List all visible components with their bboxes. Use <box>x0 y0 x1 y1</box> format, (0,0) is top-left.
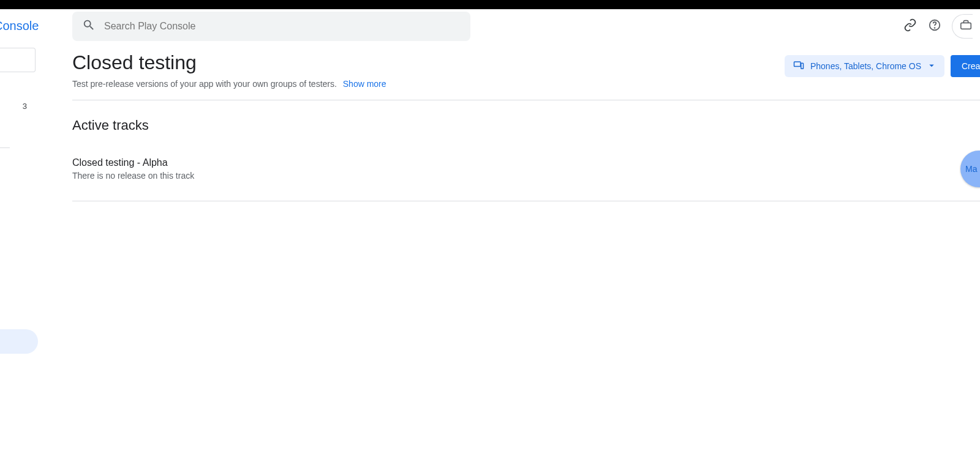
link-icon <box>903 18 917 34</box>
svg-rect-3 <box>794 62 801 67</box>
create-track-button[interactable]: Crea <box>951 55 980 77</box>
toolbox-icon <box>953 18 973 34</box>
help-icon-button[interactable] <box>922 14 947 39</box>
top-bar: Console <box>0 9 980 43</box>
device-filter-chip[interactable]: Phones, Tablets, Chrome OS <box>785 55 944 77</box>
sidebar-stub: 3 <box>0 48 38 148</box>
track-row: Closed testing - Alpha There is no relea… <box>72 151 980 201</box>
page-subtitle: Test pre-release versions of your app wi… <box>72 79 785 89</box>
manage-track-label: Ma <box>965 164 977 174</box>
search-box[interactable] <box>72 12 470 41</box>
devices-icon <box>793 60 810 73</box>
svg-point-1 <box>935 28 935 28</box>
device-filter-label: Phones, Tablets, Chrome OS <box>810 61 921 71</box>
brand-label[interactable]: Console <box>0 19 43 33</box>
section-title: Active tracks <box>72 118 980 133</box>
header-divider <box>72 100 980 100</box>
main-content: Closed testing Test pre-release versions… <box>72 43 980 201</box>
sidebar-badge: 3 <box>0 102 38 111</box>
page-subtitle-text: Test pre-release versions of your app wi… <box>72 79 337 89</box>
sidebar-selector[interactable] <box>0 48 36 72</box>
svg-rect-2 <box>960 23 971 29</box>
dropdown-arrow-icon <box>921 60 937 73</box>
window-top-bar <box>0 0 980 9</box>
svg-rect-4 <box>801 63 804 69</box>
help-icon <box>928 18 941 34</box>
search-input[interactable] <box>104 21 461 32</box>
link-icon-button[interactable] <box>898 14 922 39</box>
manage-track-fab[interactable]: Ma <box>960 151 980 187</box>
track-status: There is no release on this track <box>72 171 960 181</box>
toolbox-button-cutoff[interactable] <box>952 14 973 39</box>
show-more-link[interactable]: Show more <box>343 79 386 89</box>
sidebar-divider <box>0 147 10 148</box>
track-name: Closed testing - Alpha <box>72 157 960 168</box>
search-icon <box>82 18 96 34</box>
page-title: Closed testing <box>72 51 785 74</box>
